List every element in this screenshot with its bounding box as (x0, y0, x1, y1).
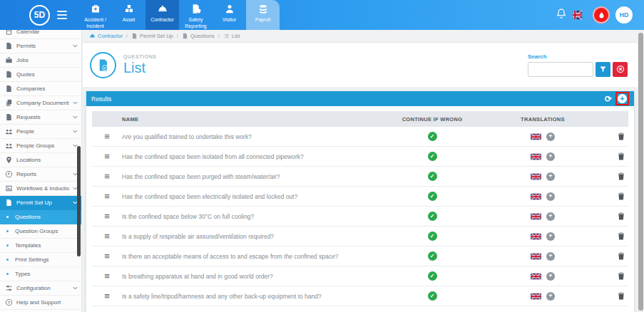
continue-if-wrong-check-icon[interactable]: ✓ (428, 271, 437, 281)
breadcrumb: Contractor / Permit Set Up / Questions /… (83, 30, 638, 43)
add-translation-button[interactable]: + (546, 192, 555, 201)
bullet-dot (6, 259, 9, 261)
asset-boxes-icon (123, 4, 136, 14)
breadcrumb-permit-set-up[interactable]: Permit Set Up (131, 33, 173, 39)
trash-icon[interactable] (617, 132, 625, 141)
trash-icon[interactable] (617, 251, 625, 261)
table-row: ≡ Are you qualified trained to undertake… (92, 127, 628, 147)
continue-if-wrong-check-icon[interactable]: ✓ (428, 212, 437, 221)
continue-if-wrong-check-icon[interactable]: ✓ (428, 152, 437, 161)
continue-if-wrong-check-icon[interactable]: ✓ (428, 132, 437, 141)
chevron-down-icon (73, 128, 78, 135)
sidebar-item-templates[interactable]: Templates (0, 239, 81, 253)
sidebar-item-requests[interactable]: Requests (0, 110, 81, 125)
sidebar-item-workflows-inductions[interactable]: Workflows & Inductions (0, 182, 81, 196)
sidebar-item-reports[interactable]: Reports (0, 167, 81, 182)
uk-flag-icon (531, 293, 541, 300)
page-header-text: QUESTIONS List (123, 54, 157, 76)
continue-if-wrong-check-icon[interactable]: ✓ (428, 192, 437, 201)
refresh-icon[interactable]: ⟳ (605, 95, 612, 103)
drag-handle-icon[interactable]: ≡ (92, 132, 122, 141)
continue-if-wrong-check-icon[interactable]: ✓ (428, 251, 437, 261)
tab-accident-incident[interactable]: Accident / Incident (78, 0, 112, 30)
breadcrumb-contractor[interactable]: Contractor (89, 33, 123, 39)
sliders-icon (5, 284, 13, 292)
sidebar-item-permits[interactable]: Permits (0, 39, 81, 53)
tab-payroll[interactable]: Payroll (246, 0, 280, 30)
sidebar-scrollbar[interactable] (77, 146, 81, 256)
sidebar-item-companies[interactable]: Companies (0, 82, 81, 96)
add-translation-button[interactable]: + (546, 132, 555, 141)
sidebar-item-print-settings[interactable]: Print Settings (0, 253, 81, 267)
add-translation-button[interactable]: + (546, 232, 555, 241)
uk-flag-icon (531, 193, 541, 200)
people-icon (5, 128, 13, 135)
sidebar-item-quotes[interactable]: Quotes (0, 68, 81, 82)
tab-asset[interactable]: Asset (112, 0, 145, 30)
trash-icon[interactable] (617, 152, 625, 161)
questions-page-icon (90, 52, 116, 78)
drag-handle-icon[interactable]: ≡ (92, 232, 122, 241)
trash-icon[interactable] (617, 172, 625, 181)
drag-handle-icon[interactable]: ≡ (92, 212, 122, 221)
notifications-bell-icon[interactable] (556, 8, 567, 22)
user-avatar[interactable]: HD (615, 6, 633, 24)
uk-flag-icon (531, 213, 541, 220)
hamburger-menu-icon[interactable] (50, 0, 74, 30)
chevron-down-icon (73, 43, 78, 49)
sidebar-item-calendar[interactable]: Calendar (0, 30, 81, 39)
trash-icon[interactable] (617, 192, 625, 201)
trash-icon[interactable] (617, 212, 625, 221)
tab-contractor[interactable]: Contractor (145, 0, 179, 30)
funnel-icon (599, 66, 607, 73)
tab-safety-reporting[interactable]: Safety Reporting (179, 0, 213, 30)
sidebar-item-people[interactable]: People (0, 125, 81, 139)
page-scrollbar-thumb[interactable] (638, 33, 643, 311)
page-eyebrow: QUESTIONS (123, 54, 157, 59)
sidebar-item-permit-set-up[interactable]: Permit Set Up (0, 196, 81, 210)
clear-search-button[interactable] (613, 62, 628, 77)
trash-icon[interactable] (617, 291, 625, 301)
sidebar-item-jobs[interactable]: Jobs (0, 53, 81, 68)
sidebar-item-help-and-support[interactable]: Help and Support (0, 296, 81, 310)
add-translation-button[interactable]: + (546, 292, 555, 301)
continue-if-wrong-check-icon[interactable]: ✓ (428, 291, 437, 301)
trash-icon[interactable] (617, 271, 625, 281)
add-translation-button[interactable]: + (546, 172, 555, 181)
tab-visitor[interactable]: Visitor (213, 0, 246, 30)
sidebar-item-types[interactable]: Types (0, 267, 81, 281)
drag-handle-icon[interactable]: ≡ (92, 291, 122, 301)
sidebar-item-locations[interactable]: Locations (0, 153, 81, 167)
breadcrumb-list[interactable]: List (223, 33, 240, 39)
continue-if-wrong-check-icon[interactable]: ✓ (428, 172, 437, 181)
trash-icon[interactable] (617, 232, 625, 241)
drag-handle-icon[interactable]: ≡ (92, 192, 122, 201)
page-scrollbar[interactable] (638, 30, 644, 312)
results-panel: Results ⟳ + NAME CONTINUE IF WRONG TRANS… (86, 91, 634, 312)
sidebar-item-question-groups[interactable]: Question Groups (0, 224, 81, 239)
uk-flag-icon (531, 153, 541, 160)
sidebar-item-company-documents[interactable]: Company Documents (0, 96, 81, 110)
filter-button[interactable] (596, 62, 610, 77)
sidebar-item-people-groups[interactable]: People Groups (0, 139, 81, 153)
continue-if-wrong-check-icon[interactable]: ✓ (428, 232, 437, 241)
language-flag-icon[interactable] (573, 8, 587, 22)
sidebar-item-configuration[interactable]: Configuration (0, 281, 81, 296)
drag-handle-icon[interactable]: ≡ (92, 271, 122, 281)
add-question-button[interactable]: + (618, 94, 627, 103)
clock-icon (5, 170, 13, 178)
sidebar-item-questions[interactable]: Questions (0, 210, 81, 224)
logo-wrap: 5D (0, 0, 50, 30)
search-input[interactable] (528, 62, 593, 77)
drag-handle-icon[interactable]: ≡ (92, 152, 122, 161)
uk-flag-icon (531, 133, 541, 140)
person-icon (223, 4, 236, 14)
breadcrumb-questions[interactable]: Questions (182, 33, 215, 39)
drag-handle-icon[interactable]: ≡ (92, 251, 122, 261)
alert-drop-icon[interactable] (593, 6, 610, 24)
add-translation-button[interactable]: + (546, 272, 555, 281)
add-translation-button[interactable]: + (546, 152, 555, 161)
add-translation-button[interactable]: + (546, 212, 555, 221)
drag-handle-icon[interactable]: ≡ (92, 172, 122, 181)
add-translation-button[interactable]: + (546, 252, 555, 261)
